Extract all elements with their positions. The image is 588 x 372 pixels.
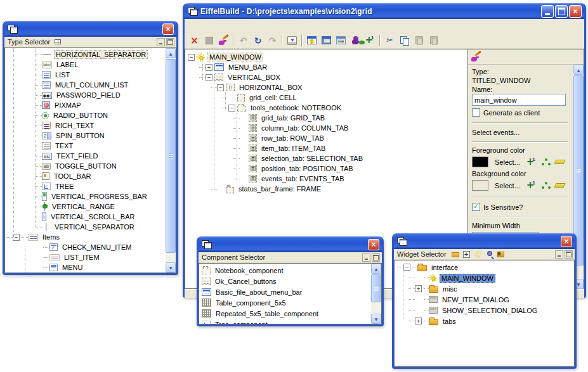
tree-item[interactable]: position_tab: POSITION_TAB <box>185 164 467 174</box>
pane-minimize-button[interactable] <box>555 250 563 259</box>
pane-maximize-button[interactable] <box>565 250 573 259</box>
tree-item[interactable]: − interface <box>395 262 574 273</box>
tree-item[interactable]: TEXT_FIELD <box>5 151 166 161</box>
tree-item[interactable]: TOGGLE_BUTTON <box>5 161 166 171</box>
cut-button[interactable]: ✂ <box>382 34 397 48</box>
pick-and-drop-icon[interactable] <box>471 52 481 61</box>
tree-item[interactable]: − tools_notebook: NOTEBOOK <box>185 103 467 113</box>
new-window-icon[interactable] <box>474 250 483 259</box>
molecule-icon[interactable] <box>542 182 550 189</box>
generate-as-client-checkbox[interactable] <box>472 108 480 117</box>
paste-alt-button[interactable] <box>426 34 441 48</box>
tree-item[interactable]: − VERTICAL_BOX <box>185 72 467 82</box>
tree-item[interactable]: events_tab: EVENTS_TAB <box>185 174 467 184</box>
delete-button[interactable]: × <box>187 34 202 48</box>
foreground-select-button[interactable]: Select... <box>493 158 521 167</box>
tree-item[interactable]: VERTICAL_PROGRESS_BAR <box>5 191 166 202</box>
menu-help[interactable] <box>217 24 227 27</box>
tree-item[interactable]: NEW_ITEM_DIALOG <box>395 294 574 305</box>
widget-selector-header[interactable]: Widget Selector + <box>394 249 575 260</box>
foreground-color-swatch[interactable] <box>472 157 488 167</box>
generate-code-button[interactable] <box>285 34 299 48</box>
scrollbar-thumb[interactable] <box>371 274 381 302</box>
tree-item[interactable]: SHOW_SELECTION_DIALOG <box>395 305 574 316</box>
list-item[interactable]: Tree_component <box>199 319 371 324</box>
tree-item[interactable]: LIST <box>5 70 166 80</box>
expander-icon[interactable]: − <box>228 105 235 112</box>
tree-item[interactable]: status_bar_frame: FRAME <box>185 184 467 194</box>
expander-icon[interactable]: − <box>188 54 195 61</box>
menu-project[interactable] <box>207 24 217 27</box>
expander-icon[interactable]: + <box>415 285 422 292</box>
preferences-window-button[interactable] <box>304 34 319 48</box>
tree-item[interactable]: VERTICAL_SCROLL_BAR <box>5 212 166 222</box>
expander-icon[interactable]: − <box>206 74 212 81</box>
name-input[interactable] <box>472 94 566 106</box>
scroll-up-button[interactable]: ▲ <box>573 65 584 75</box>
tree-item[interactable]: MULTI_COLUMN_LIST <box>5 80 166 90</box>
undo-button[interactable]: ↶ <box>236 34 251 48</box>
pane-minimize-button[interactable] <box>157 38 165 46</box>
select-events-button[interactable]: Select events... <box>472 127 568 138</box>
pane-minimize-button[interactable] <box>362 253 370 262</box>
tree-item[interactable]: selection_tab: SELECTION_TAB <box>185 153 467 164</box>
pane-maximize-button[interactable] <box>372 253 380 262</box>
type-selector-scrollbar[interactable]: ▲ ▼ <box>166 48 176 273</box>
type-selector-header[interactable]: Type Selector <box>4 37 176 48</box>
type-selector-title-bar[interactable]: × <box>4 21 176 37</box>
tree-item[interactable]: item_tab: ITEM_TAB <box>185 143 467 153</box>
folder-icon[interactable] <box>451 250 460 259</box>
tree-item[interactable]: grid_cell: CELL <box>185 93 467 103</box>
scrollbar-thumb[interactable] <box>166 59 176 253</box>
tree-item[interactable]: row_tab: ROW_TAB <box>185 133 467 143</box>
show-window-alt-button[interactable] <box>334 34 348 48</box>
tree-item[interactable]: MAIN_WINDOW <box>395 273 574 283</box>
debug-button[interactable] <box>348 34 363 48</box>
tree-item[interactable]: VERTICAL_SEPARATOR <box>5 222 166 232</box>
tree-item[interactable]: LABEL <box>5 60 166 70</box>
tree-item[interactable]: HORIZONTAL_SEPARATOR <box>5 49 166 60</box>
add-one-button[interactable] <box>363 34 377 48</box>
list-item[interactable]: Notebook_component <box>199 265 371 276</box>
tree-item[interactable]: grid_tab: GRID_TAB <box>185 113 467 123</box>
expander-icon[interactable]: + <box>415 317 422 324</box>
expander-icon[interactable]: + <box>206 64 212 71</box>
tree-item[interactable]: − MAIN_WINDOW <box>185 52 467 62</box>
list-item[interactable]: Repeated_5x5_table_component <box>199 308 371 319</box>
close-button[interactable]: × <box>569 5 582 18</box>
tree-item[interactable]: + misc <box>395 283 574 294</box>
eraser-icon[interactable] <box>554 183 565 188</box>
show-window-button[interactable] <box>319 34 334 48</box>
paste-button[interactable] <box>412 34 426 48</box>
tree-item[interactable]: TEXT <box>5 141 166 151</box>
is-sensitive-checkbox[interactable] <box>472 203 480 211</box>
tree-item[interactable]: MENU <box>5 262 166 273</box>
import-folder-icon[interactable] <box>497 250 506 259</box>
search-icon[interactable] <box>485 250 494 259</box>
add-one-icon[interactable] <box>526 181 537 190</box>
component-selector-title-bar[interactable]: × <box>199 236 382 252</box>
pane-maximize-button[interactable] <box>166 38 174 46</box>
list-item[interactable]: Ok_Cancel_buttons <box>199 276 371 286</box>
component-selector-header[interactable]: Component Selector <box>199 252 382 263</box>
list-item[interactable]: Table_component_5x5 <box>199 297 371 308</box>
maximize-button[interactable] <box>555 5 568 18</box>
scroll-down-button[interactable]: ▼ <box>371 314 381 324</box>
expander-icon[interactable]: − <box>217 84 224 91</box>
refresh-button[interactable]: ↻ <box>251 34 265 48</box>
tree-item[interactable]: RADIO_BUTTON <box>5 110 166 120</box>
component-scrollbar[interactable]: ▲ ▼ <box>371 264 381 324</box>
menu-file[interactable] <box>186 24 197 27</box>
tree-item[interactable]: + tabs <box>395 316 574 326</box>
tree-item[interactable]: column_tab: COLUMN_TAB <box>185 123 467 133</box>
scroll-up-button[interactable]: ▲ <box>371 264 381 274</box>
close-button[interactable]: × <box>162 23 174 35</box>
copy-button[interactable] <box>397 34 412 48</box>
add-one-icon[interactable] <box>526 158 537 167</box>
widget-selector-title-bar[interactable]: × <box>394 233 575 249</box>
tree-item[interactable]: TOOL_BAR <box>5 171 166 181</box>
tree-item[interactable]: VERTICAL_RANGE <box>5 202 166 212</box>
new-button[interactable] <box>202 34 216 48</box>
tree-item[interactable]: TREE <box>5 181 166 191</box>
minimize-button[interactable] <box>541 5 554 18</box>
